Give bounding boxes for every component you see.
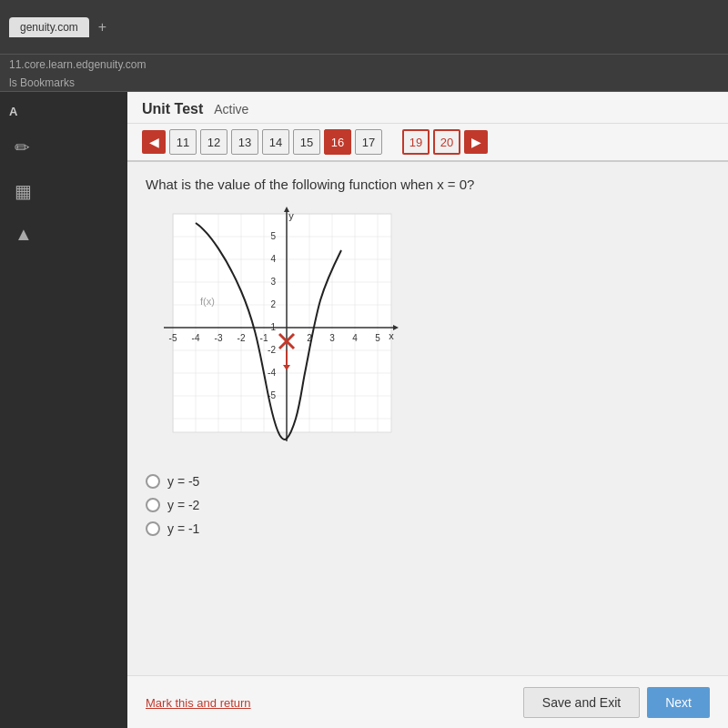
sidebar: A ✏ ▦ ▲ (0, 92, 127, 728)
q-btn-11[interactable]: 11 (169, 129, 197, 155)
answer-label-1: y = -5 (167, 474, 199, 489)
svg-text:4: 4 (352, 333, 358, 343)
browser-chrome: genuity.com + (0, 0, 728, 55)
address-bar[interactable]: 11.core.learn.edgenuity.com (0, 55, 728, 75)
next-question-button[interactable]: ▶ (464, 130, 488, 154)
question-nav: ◀ 11 12 13 14 15 16 17 19 20 ▶ (127, 124, 728, 162)
q-btn-12[interactable]: 12 (200, 129, 228, 155)
svg-text:3: 3 (329, 333, 335, 343)
next-button[interactable]: Next (647, 687, 710, 718)
function-graph: -5 -4 -3 -2 -1 2 3 4 5 x 5 4 3 2 1 -2 (146, 205, 400, 460)
svg-text:4: 4 (270, 254, 276, 264)
active-badge: Active (214, 102, 248, 116)
mark-return-link[interactable]: Mark this and return (146, 696, 251, 710)
svg-text:-3: -3 (215, 333, 223, 343)
svg-text:5: 5 (375, 333, 380, 343)
new-tab-button[interactable]: + (93, 19, 112, 35)
svg-text:x: x (389, 330, 394, 341)
answer-option-2[interactable]: y = -2 (146, 498, 710, 512)
q-btn-19[interactable]: 19 (402, 129, 430, 155)
answer-label-2: y = -2 (167, 498, 199, 512)
bookmarks-bar: ls Bookmarks (0, 75, 728, 92)
svg-marker-22 (393, 325, 399, 330)
prev-question-button[interactable]: ◀ (142, 130, 166, 154)
answer-option-1[interactable]: y = -5 (146, 474, 710, 489)
save-exit-button[interactable]: Save and Exit (523, 687, 640, 718)
graph-container: -5 -4 -3 -2 -1 2 3 4 5 x 5 4 3 2 1 -2 (146, 205, 400, 460)
svg-text:-2: -2 (238, 333, 246, 343)
pencil-icon[interactable]: ✏ (0, 129, 45, 166)
q-btn-20[interactable]: 20 (433, 129, 460, 155)
question-text: What is the value of the following funct… (146, 177, 710, 192)
radio-2[interactable] (146, 498, 160, 512)
svg-text:2: 2 (270, 299, 276, 309)
svg-text:-1: -1 (260, 333, 268, 343)
tab-bar: genuity.com + (9, 17, 112, 37)
svg-text:-5: -5 (169, 333, 177, 343)
content-panel: Unit Test Active ◀ 11 12 13 14 15 16 17 … (127, 92, 728, 728)
radio-1[interactable] (146, 474, 160, 489)
q-btn-16[interactable]: 16 (324, 129, 351, 155)
radio-3[interactable] (146, 521, 160, 536)
q-btn-17[interactable]: 17 (355, 129, 382, 155)
svg-text:-4: -4 (268, 368, 276, 378)
unit-test-title: Unit Test (142, 101, 203, 117)
question-footer: Mark this and return Save and Exit Next (127, 675, 728, 728)
answer-label-3: y = -1 (167, 521, 199, 536)
svg-text:-4: -4 (192, 333, 200, 343)
svg-text:1: 1 (270, 322, 276, 332)
svg-text:5: 5 (270, 231, 276, 241)
active-tab[interactable]: genuity.com (9, 17, 89, 37)
answer-options: y = -5 y = -2 y = -1 (146, 474, 710, 536)
question-content: What is the value of the following funct… (127, 162, 728, 675)
sidebar-label: A (0, 101, 26, 122)
q-btn-13[interactable]: 13 (231, 129, 258, 155)
svg-text:-2: -2 (268, 345, 276, 355)
svg-text:f(x): f(x) (200, 296, 215, 307)
unit-test-header: Unit Test Active (127, 92, 728, 124)
q-btn-14[interactable]: 14 (262, 129, 289, 155)
tab-title: genuity.com (20, 21, 78, 34)
svg-text:3: 3 (270, 277, 276, 287)
calculator-icon[interactable]: ▦ (0, 173, 46, 209)
q-btn-15[interactable]: 15 (293, 129, 320, 155)
up-arrow-icon[interactable]: ▲ (0, 217, 47, 252)
answer-option-3[interactable]: y = -1 (146, 521, 710, 536)
main-area: A ✏ ▦ ▲ Unit Test Active ◀ 11 12 13 14 1… (0, 92, 728, 728)
svg-text:y: y (288, 210, 294, 221)
svg-rect-0 (173, 214, 391, 432)
